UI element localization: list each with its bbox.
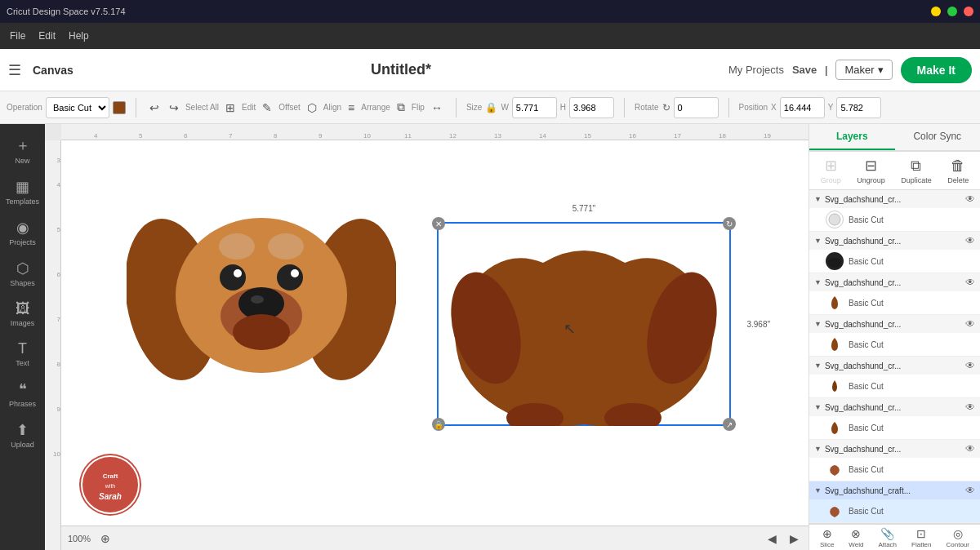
upload-icon: ⬆ <box>16 421 29 439</box>
duplicate-button[interactable]: ⧉ Duplicate <box>901 157 932 184</box>
tab-color-sync[interactable]: Color Sync <box>895 124 981 150</box>
scroll-left-button[interactable]: ◀ <box>764 530 780 547</box>
select-all-button[interactable]: ⊞ <box>222 100 238 116</box>
visibility-icon[interactable]: 👁 <box>965 318 975 330</box>
attach-button[interactable]: 📎 Attach <box>878 527 897 548</box>
operation-select[interactable]: Basic Cut <box>46 97 109 118</box>
watermark: Craft with Sarah <box>78 452 143 517</box>
list-item[interactable]: Basic Cut <box>809 291 980 314</box>
visibility-icon[interactable]: 👁 <box>965 277 975 288</box>
x-input[interactable]: 16.444 <box>780 97 825 118</box>
main-header: ☰ Canvas Untitled* My Projects Save | Ma… <box>0 49 980 91</box>
save-button[interactable]: Save <box>792 64 817 76</box>
width-dimension-label: 5.771" <box>572 204 596 213</box>
sidebar-item-images[interactable]: 🖼 Images <box>3 295 42 332</box>
make-it-button[interactable]: Make It <box>901 57 972 83</box>
list-item[interactable]: Basic Cut <box>809 333 980 356</box>
list-item[interactable]: Basic Cut <box>809 499 980 522</box>
visibility-icon[interactable]: 👁 <box>965 401 975 413</box>
sidebar-item-upload[interactable]: ⬆ Upload <box>3 416 42 454</box>
canvas-area[interactable]: 4 5 6 7 8 9 10 11 12 13 14 15 16 17 18 1… <box>45 124 808 550</box>
svg-point-11 <box>251 295 264 304</box>
sidebar-item-text[interactable]: T Text <box>3 335 42 372</box>
layer-group-3: ▼ Svg_dachshund_cr... 👁 Basic Cut <box>809 273 980 315</box>
layer-group-header-7[interactable]: ▼ Svg_dachshund_cr... 👁 <box>809 440 980 458</box>
list-item[interactable]: Basic Cut <box>809 250 980 273</box>
svg-point-7 <box>234 269 242 277</box>
tab-layers[interactable]: Layers <box>809 124 895 150</box>
svg-point-5 <box>220 264 246 291</box>
select-all-group: ↩ ↪ Select All ⊞ Edit ✎ Offset ⬡ Align ≡… <box>146 99 446 116</box>
hamburger-menu[interactable]: ☰ <box>8 61 21 79</box>
height-input[interactable]: 3.968 <box>569 97 614 118</box>
maker-button[interactable]: Maker ▾ <box>835 60 892 80</box>
attach-icon: 📎 <box>880 527 894 540</box>
layer-group-header-2[interactable]: ▼ Svg_dachshund_cr... 👁 <box>809 232 980 250</box>
visibility-icon[interactable]: 👁 <box>965 193 975 205</box>
chevron-down-icon: ▾ <box>878 64 884 76</box>
maximize-button[interactable]: □ <box>947 7 957 16</box>
zoom-fit-button[interactable]: ⊕ <box>97 530 114 547</box>
layer-thumbnail <box>826 211 844 228</box>
layer-group-header-1[interactable]: ▼ Svg_dachshund_cr... 👁 <box>809 190 980 208</box>
list-item[interactable]: Basic Cut <box>809 375 980 397</box>
sidebar-item-projects[interactable]: ◉ Projects <box>3 214 42 251</box>
minimize-button[interactable]: − <box>931 7 941 16</box>
visibility-icon[interactable]: 👁 <box>965 360 975 371</box>
ruler-left: 3 4 5 6 7 8 9 10 <box>45 140 61 550</box>
delete-icon: 🗑 <box>951 157 965 175</box>
delete-button[interactable]: 🗑 Delete <box>947 157 969 184</box>
width-input[interactable]: 5.771 <box>512 97 557 118</box>
my-projects-button[interactable]: My Projects <box>728 64 784 76</box>
menu-file[interactable]: File <box>10 30 25 42</box>
header-right-controls: My Projects Save | Maker ▾ Make It <box>728 57 972 83</box>
color-swatch[interactable] <box>113 101 126 114</box>
contour-button[interactable]: ◎ Contour <box>947 527 969 548</box>
arrange-button[interactable]: ⧉ <box>394 99 408 116</box>
dog-face-object[interactable] <box>127 181 421 410</box>
edit-button[interactable]: ✎ <box>259 100 275 116</box>
phrases-icon: ❝ <box>19 380 27 398</box>
rotate-input[interactable]: 0 <box>674 97 719 118</box>
scroll-right-button[interactable]: ▶ <box>786 530 802 547</box>
layer-group-header-5[interactable]: ▼ Svg_dachshund_cr... 👁 <box>809 357 980 375</box>
chevron-icon: ▼ <box>814 195 822 203</box>
y-label: Y <box>828 103 834 112</box>
close-button[interactable]: ✕ <box>964 7 973 16</box>
position-label: Position <box>739 103 768 112</box>
menu-help[interactable]: Help <box>69 30 89 42</box>
flip-button[interactable]: ↔ <box>428 100 446 116</box>
dog-body-object[interactable]: ✕ ↻ 🔒 ↗ 5.771" 3.968" + <box>437 222 731 426</box>
group-button[interactable]: ⊞ Group <box>821 157 841 184</box>
sidebar-item-templates[interactable]: ▦ Templates <box>3 173 42 211</box>
divider2 <box>456 98 457 118</box>
sidebar-item-phrases[interactable]: ❝ Phrases <box>3 375 42 413</box>
visibility-icon[interactable]: 👁 <box>965 443 975 455</box>
layer-group-header-6[interactable]: ▼ Svg_dachshund_cr... 👁 <box>809 398 980 416</box>
weld-button[interactable]: ⊗ Weld <box>849 527 863 548</box>
visibility-icon[interactable]: 👁 <box>965 485 975 496</box>
flatten-button[interactable]: ⊡ Flatten <box>911 527 931 548</box>
ungroup-button[interactable]: ⊟ Ungroup <box>857 157 885 184</box>
visibility-icon[interactable]: 👁 <box>965 235 975 246</box>
undo-button[interactable]: ↩ <box>146 100 163 116</box>
y-input[interactable]: 5.782 <box>836 97 881 118</box>
list-item[interactable]: Basic Cut <box>809 416 980 439</box>
redo-button[interactable]: ↪ <box>166 100 182 116</box>
list-item[interactable]: Basic Cut <box>809 458 980 481</box>
list-item[interactable]: Basic Cut <box>809 208 980 231</box>
divider3 <box>624 98 625 118</box>
layers-list: ▼ Svg_dachshund_cr... 👁 Basic Cut ▼ Svg_… <box>809 190 980 524</box>
slice-button[interactable]: ⊕ Slice <box>820 527 834 548</box>
layer-group-header-3[interactable]: ▼ Svg_dachshund_cr... 👁 <box>809 273 980 291</box>
menu-edit[interactable]: Edit <box>38 30 56 42</box>
layer-group-header-8[interactable]: ▼ Svg_dachshund_craft... 👁 <box>809 481 980 499</box>
templates-icon: ▦ <box>16 178 29 196</box>
canvas-background: ✕ ↻ 🔒 ↗ 5.771" 3.968" + <box>61 140 808 550</box>
layer-group-header-4[interactable]: ▼ Svg_dachshund_cr... 👁 <box>809 315 980 333</box>
align-button[interactable]: ≡ <box>345 100 358 116</box>
sidebar-item-shapes[interactable]: ⬡ Shapes <box>3 255 42 292</box>
sidebar-item-new[interactable]: ＋ New <box>3 131 42 170</box>
size-label: Size <box>466 103 482 112</box>
offset-button[interactable]: ⬡ <box>304 100 320 116</box>
